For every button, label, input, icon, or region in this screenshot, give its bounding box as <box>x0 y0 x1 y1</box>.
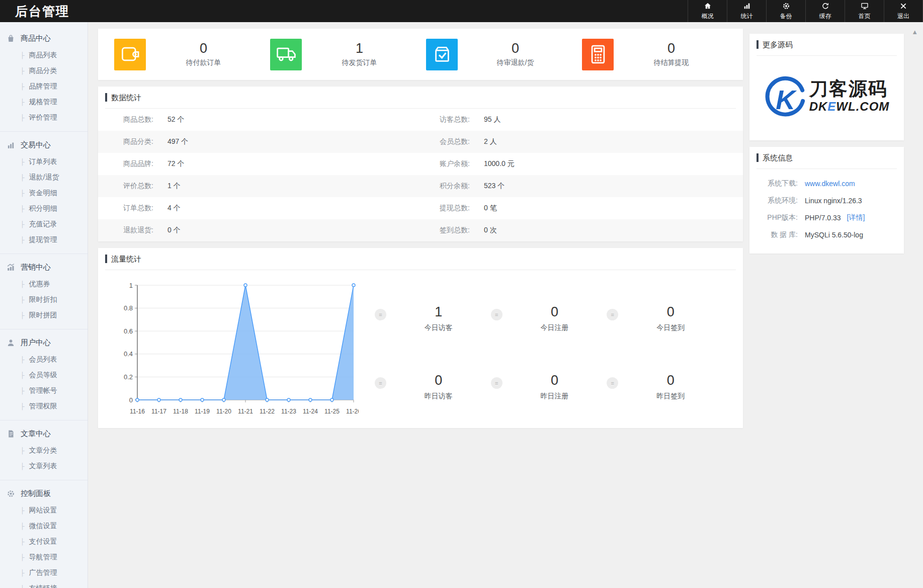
sidebar-section-title-goods-center[interactable]: 商品中心 <box>0 29 88 47</box>
sidebar-item-spec-manage[interactable]: ├规格管理 <box>0 94 88 110</box>
truck-icon <box>270 39 302 70</box>
dkewl-logo[interactable]: K 刀客源码 DKEWL.COM <box>749 56 904 140</box>
sidebar-item-wechat-settings[interactable]: ├微信设置 <box>0 518 88 534</box>
sidebar-section-title-article-center[interactable]: 文章中心 <box>0 425 88 443</box>
sidebar-item-goods-category[interactable]: ├商品分类 <box>0 63 88 78</box>
sidebar-item-points-detail[interactable]: ├积分明细 <box>0 201 88 216</box>
data-stats-rows: 商品总数:52 个访客总数:95 人商品分类:497 个会员总数:2 人商品品牌… <box>98 109 743 241</box>
sidebar-item-admin-permission[interactable]: ├管理权限 <box>0 398 88 414</box>
sidebar-section-user-center: 用户中心├会员列表├会员等级├管理帐号├管理权限 <box>0 329 88 421</box>
tree-branch-icon: ├ <box>20 507 25 514</box>
sidebar-item-flash-discount[interactable]: ├限时折扣 <box>0 292 88 307</box>
tree-branch-icon: ├ <box>20 447 25 454</box>
top-header: 后台管理 概况统计备份缓存首页退出 <box>0 0 923 22</box>
data-stat-label: 提现总数: <box>440 204 484 213</box>
svg-text:1: 1 <box>129 282 133 289</box>
gear-icon <box>782 2 790 11</box>
sidebar-item-member-level[interactable]: ├会员等级 <box>0 367 88 383</box>
summary-cards-panel: 0待付款订单1待发货订单0待审退款/货0待结算提现 <box>98 29 743 80</box>
traffic-title: 流量统计 <box>105 248 736 270</box>
nav-logout[interactable]: 退出 <box>884 0 923 22</box>
monitor-icon <box>861 2 869 11</box>
stat-card-value: 0 <box>614 41 729 56</box>
sidebar-item-label: 退款/退货 <box>29 173 59 182</box>
svg-text:0: 0 <box>129 396 133 404</box>
tree-branch-icon: ├ <box>20 236 25 243</box>
system-info-detail-link[interactable]: [详情] <box>847 213 865 222</box>
tree-branch-icon: ├ <box>20 114 25 121</box>
equals-badge-icon: = <box>607 309 618 320</box>
sidebar-item-payment-settings[interactable]: ├支付设置 <box>0 534 88 549</box>
data-stat-right: 会员总数:2 人 <box>421 137 743 146</box>
nav-cache[interactable]: 缓存 <box>805 0 845 22</box>
stat-card-text: 0待结算提现 <box>614 41 729 68</box>
sidebar-item-article-list[interactable]: ├文章列表 <box>0 458 88 474</box>
traffic-stat-value: 0 <box>618 304 723 320</box>
sidebar-item-site-settings[interactable]: ├网站设置 <box>0 502 88 518</box>
sidebar-item-member-list[interactable]: ├会员列表 <box>0 352 88 367</box>
sidebar-item-funds-detail[interactable]: ├资金明细 <box>0 185 88 201</box>
svg-text:11-21: 11-21 <box>238 408 253 415</box>
data-stat-row: 退款退货:0 个签到总数:0 次 <box>98 219 743 241</box>
stat-card-value: 0 <box>458 41 573 56</box>
sidebar-item-order-list[interactable]: ├订单列表 <box>0 154 88 170</box>
sidebar-section-title-control-panel[interactable]: 控制面板 <box>0 484 88 502</box>
sidebar-item-article-category[interactable]: ├文章分类 <box>0 443 88 458</box>
system-info-rows: 系统下载:www.dkewl.com系统环境:Linux nginx/1.26.… <box>749 169 904 254</box>
sidebar-item-label: 订单列表 <box>29 157 57 166</box>
sidebar-item-label: 友情链接 <box>29 584 57 588</box>
nav-homepage[interactable]: 首页 <box>845 0 884 22</box>
sidebar-section-title-user-center[interactable]: 用户中心 <box>0 333 88 352</box>
svg-text:11-22: 11-22 <box>260 408 275 415</box>
sidebar-item-goods-list[interactable]: ├商品列表 <box>0 47 88 63</box>
sidebar-item-coupons[interactable]: ├优惠券 <box>0 276 88 292</box>
traffic-stat-block: 0昨日注册 <box>502 373 607 401</box>
system-info-row-system-download: 系统下载:www.dkewl.com <box>749 175 904 192</box>
tree-branch-icon: ├ <box>20 52 25 59</box>
traffic-stats: =1今日访客=0今日注册=0今日签到=0昨日访客=0昨日注册=0昨日签到 <box>360 278 738 421</box>
sidebar-section-article-center: 文章中心├文章分类├文章列表 <box>0 421 88 480</box>
traffic-panel: 流量统计 00.20.40.60.8111-1611-1711-1811-191… <box>98 248 743 428</box>
sidebar-section-title-marketing-center[interactable]: 营销中心 <box>0 258 88 276</box>
wallet-icon <box>114 39 146 70</box>
sidebar-item-recharge-records[interactable]: ├充值记录 <box>0 216 88 232</box>
scroll-top-button[interactable]: ▲ <box>911 28 918 36</box>
sidebar-item-review-manage[interactable]: ├评价管理 <box>0 110 88 125</box>
svg-text:11-25: 11-25 <box>324 408 340 415</box>
sidebar-item-brand-manage[interactable]: ├品牌管理 <box>0 78 88 94</box>
nav-statistics[interactable]: 统计 <box>727 0 766 22</box>
traffic-stat-yesterday-registrations: =0昨日注册 <box>491 373 607 401</box>
data-stat-left: 退款退货:0 个 <box>98 226 421 235</box>
sidebar-item-friend-links[interactable]: ├友情链接 <box>0 580 88 588</box>
svg-text:0.4: 0.4 <box>124 350 133 358</box>
svg-text:11-18: 11-18 <box>173 408 188 415</box>
sidebar-item-label: 支付设置 <box>29 537 57 546</box>
dkewl-brand-en: DKEWL.COM <box>809 100 890 114</box>
sidebar-item-group-buy[interactable]: ├限时拼团 <box>0 307 88 323</box>
data-stats-title-text: 数据统计 <box>111 93 141 102</box>
traffic-stat-block: 0昨日签到 <box>618 373 723 401</box>
equals-badge-icon: = <box>375 309 386 320</box>
system-info-value-link[interactable]: www.dkewl.com <box>805 180 855 188</box>
sidebar-section-title-trade-center[interactable]: 交易中心 <box>0 136 88 154</box>
sidebar-item-nav-manage[interactable]: ├导航管理 <box>0 549 88 565</box>
sidebar-item-ad-manage[interactable]: ├广告管理 <box>0 565 88 580</box>
data-stat-label: 商品分类: <box>123 137 167 146</box>
stat-card-label: 待发货订单 <box>302 58 417 67</box>
data-stat-value: 523 个 <box>484 182 505 191</box>
app-logo[interactable]: 后台管理 <box>0 3 69 20</box>
refresh-icon <box>821 2 829 11</box>
tree-branch-icon: ├ <box>20 372 25 379</box>
traffic-stat-today-registrations: =0今日注册 <box>491 304 607 332</box>
system-info-label: 数 据 库: <box>749 230 798 239</box>
nav-backup[interactable]: 备份 <box>766 0 805 22</box>
sidebar-section-goods-center: 商品中心├商品列表├商品分类├品牌管理├规格管理├评价管理 <box>0 25 88 132</box>
data-stat-row: 商品品牌:72 个账户余额:1000.0 元 <box>98 153 743 175</box>
tree-branch-icon: ├ <box>20 523 25 530</box>
tree-branch-icon: ├ <box>20 83 25 90</box>
sidebar-item-withdrawal-manage[interactable]: ├提现管理 <box>0 232 88 247</box>
sidebar-item-label: 充值记录 <box>29 220 57 229</box>
nav-overview[interactable]: 概况 <box>688 0 727 22</box>
sidebar-item-admin-account[interactable]: ├管理帐号 <box>0 383 88 398</box>
sidebar-item-refund-return[interactable]: ├退款/退货 <box>0 170 88 185</box>
